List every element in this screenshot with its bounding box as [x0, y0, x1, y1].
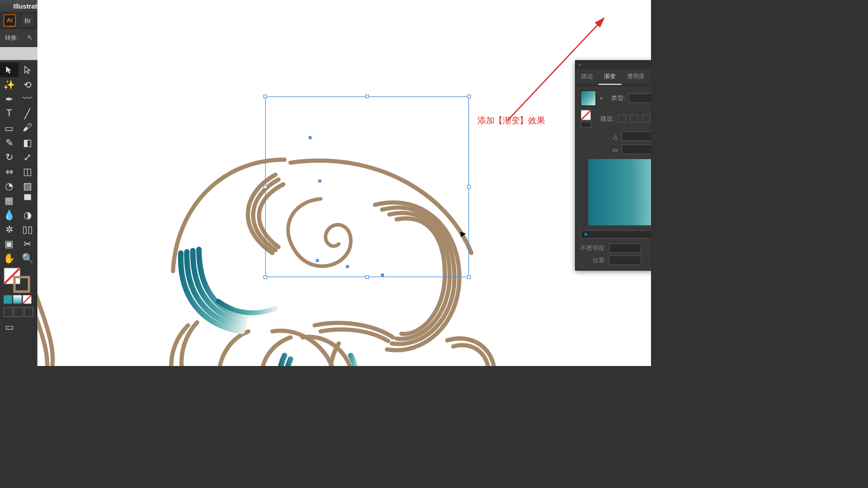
location-label: 位置:: [593, 256, 606, 265]
gradient-panel[interactable]: ×« 描边 渐变 透明度 ≡ ▾ 类型: 描边: △: [575, 60, 651, 270]
annotation-text: 添加【渐变】效果: [477, 116, 545, 127]
type-label: 类型:: [606, 94, 625, 103]
color-swatch-1[interactable]: [4, 295, 12, 304]
gradient-tool[interactable]: ▀: [19, 193, 37, 207]
bridge-icon[interactable]: Br: [22, 14, 34, 26]
draw-modes: [0, 305, 37, 319]
paintbrush-tool[interactable]: 🖌: [19, 121, 37, 135]
symbol-sprayer-tool[interactable]: ✲: [0, 222, 19, 236]
canvas[interactable]: 添加【渐变】效果 ▸: [38, 0, 651, 366]
gradient-slider[interactable]: 🗑: [580, 230, 651, 239]
location-field[interactable]: [609, 255, 641, 265]
angle-dropdown[interactable]: [622, 131, 651, 141]
free-transform-tool[interactable]: ◫: [19, 164, 37, 178]
selection-bbox: [265, 96, 469, 277]
rectangle-tool[interactable]: ▭: [0, 121, 19, 135]
stroke-label: 描边:: [595, 114, 614, 123]
color-mode-row: [0, 294, 37, 305]
ai-logo-icon: Ai: [4, 14, 16, 26]
tab-gradient[interactable]: 渐变: [599, 69, 622, 85]
draw-normal-icon[interactable]: [4, 307, 13, 317]
color-swatch-none[interactable]: [23, 295, 32, 304]
stroke-along-icon[interactable]: [630, 114, 638, 123]
opacity-field[interactable]: [609, 244, 641, 253]
line-tool[interactable]: ╱: [19, 106, 37, 121]
stroke-across-icon[interactable]: [642, 114, 651, 123]
hand-tool[interactable]: ✋: [0, 251, 19, 265]
shaper-tool[interactable]: ✎: [0, 135, 19, 150]
panel-close-icon[interactable]: ×: [578, 62, 581, 68]
stroke-swatch[interactable]: [13, 276, 30, 293]
gradient-swatch[interactable]: [580, 90, 596, 106]
aspect-dropdown[interactable]: [622, 145, 651, 154]
angle-label: △: [599, 133, 618, 140]
scale-tool[interactable]: ⤢: [19, 150, 37, 164]
screen-mode-icon[interactable]: ▭: [0, 319, 19, 334]
curvature-tool[interactable]: 〰: [19, 92, 37, 106]
aspect-label: ▭: [599, 146, 618, 153]
direct-selection-tool[interactable]: [19, 63, 37, 77]
tab-stroke[interactable]: 描边: [576, 69, 599, 85]
lasso-tool[interactable]: ⟲: [19, 77, 37, 92]
convert-corner-icon[interactable]: ↖: [24, 32, 35, 43]
perspective-tool[interactable]: ▨: [19, 178, 37, 193]
color-swatch-2[interactable]: [13, 295, 22, 304]
zoom-tool[interactable]: 🔍: [19, 251, 37, 265]
swap-fill-stroke-icon[interactable]: [580, 122, 591, 127]
gradient-type-dropdown[interactable]: [629, 94, 651, 103]
column-graph-tool[interactable]: ▯▯: [19, 222, 37, 236]
tab-transparency[interactable]: 透明度: [622, 69, 651, 85]
mesh-tool[interactable]: ▦: [0, 193, 19, 207]
blend-tool[interactable]: ◑: [19, 207, 37, 222]
opacity-label: 不透明度:: [580, 244, 606, 253]
gradient-none-swatch[interactable]: [580, 110, 591, 121]
stroke-within-icon[interactable]: [618, 114, 627, 123]
gradient-tabs: 描边 渐变 透明度 ≡: [576, 69, 651, 85]
eyedropper-tool[interactable]: 💧: [0, 207, 19, 222]
selection-tool[interactable]: [0, 63, 19, 77]
width-tool[interactable]: ⇔: [0, 164, 19, 178]
transform-label: 转换:: [5, 33, 19, 42]
tools-panel: ✨⟲ ✒〰 T╱ ▭🖌 ✎◧ ↻⤢ ⇔◫ ◔▨ ▦▀ 💧◑ ✲▯▯ ▣✂ ✋🔍 …: [0, 60, 38, 333]
slice-tool[interactable]: ✂: [19, 236, 37, 251]
draw-behind-icon[interactable]: [14, 307, 23, 317]
pen-tool[interactable]: ✒: [0, 92, 19, 106]
shape-builder-tool[interactable]: ◔: [0, 178, 19, 193]
gradient-preview[interactable]: [588, 159, 651, 225]
draw-inside-icon[interactable]: [24, 307, 33, 317]
type-tool[interactable]: T: [0, 106, 19, 121]
fill-stroke-indicator[interactable]: [0, 265, 37, 294]
magic-wand-tool[interactable]: ✨: [0, 77, 19, 92]
rotate-tool[interactable]: ↻: [0, 150, 19, 164]
eraser-tool[interactable]: ◧: [19, 135, 37, 150]
artboard-tool[interactable]: ▣: [0, 236, 19, 251]
